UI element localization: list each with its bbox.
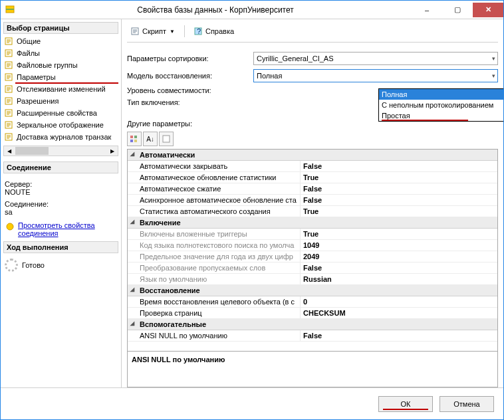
property-value[interactable]: 2049 [301, 251, 497, 262]
recovery-label: Модель восстановления: [127, 72, 253, 80]
collation-combo[interactable]: Cyrillic_General_CI_AS ▾ [253, 52, 498, 65]
help-label: Справка [205, 27, 234, 35]
server-value: NOUTE [5, 188, 117, 196]
cancel-button[interactable]: Отмена [440, 396, 494, 412]
property-row[interactable]: Время восстановления целевого объекта (в… [128, 296, 497, 308]
categorized-button[interactable] [127, 132, 142, 146]
property-row[interactable]: Автоматическое обновление статистикиTrue [128, 172, 497, 183]
page-tree-label: Расширенные свойства [17, 109, 97, 117]
page-tree-item[interactable]: Общие [3, 35, 118, 47]
progress-status: Готово [22, 261, 45, 269]
recovery-dropdown-list[interactable]: Полная С неполным протоколированием Прос… [378, 88, 504, 122]
page-tree-item[interactable]: Разрешения [3, 95, 118, 107]
svg-rect-16 [134, 136, 137, 138]
scroll-right-button[interactable]: ▶ [107, 146, 118, 156]
page-tree-item[interactable]: Параметры [3, 71, 118, 83]
property-row[interactable]: Автоматическое сжатиеFalse [128, 183, 497, 195]
left-panel: Выбор страницы ОбщиеФайлыФайловые группы… [1, 19, 122, 387]
page-tree-item[interactable]: Доставка журналов транзак [3, 131, 118, 143]
minimize-button[interactable]: – [412, 3, 442, 17]
property-row[interactable]: Код языка полнотекстового поиска по умол… [128, 240, 497, 251]
svg-rect-17 [130, 140, 133, 142]
property-key: Проверка страниц [128, 308, 301, 318]
property-row[interactable]: Автоматически закрыватьFalse [128, 161, 497, 172]
app-icon [1, 1, 19, 19]
property-key: Автоматическое обновление статистики [128, 172, 301, 183]
recovery-value: Полная [257, 72, 282, 80]
script-button[interactable]: Скрипт ▼ [127, 25, 179, 38]
dropdown-option[interactable]: Простая [379, 110, 504, 121]
property-key: Код языка полнотекстового поиска по умол… [128, 240, 301, 251]
page-tree-item[interactable]: Зеркальное отображение [3, 119, 118, 131]
property-row[interactable]: Включены вложенные триггерыTrue [128, 229, 497, 240]
property-value[interactable]: False [301, 195, 497, 205]
property-value[interactable]: False [301, 262, 497, 273]
property-row[interactable]: ANSI NULL по умолчаниюFalse [128, 330, 497, 342]
script-dropdown-icon[interactable]: ▼ [168, 29, 176, 35]
dropdown-option[interactable]: С неполным протоколированием [379, 100, 504, 110]
property-row[interactable]: Предельное значение для года из двух циф… [128, 251, 497, 262]
maximize-button[interactable]: ▢ [442, 3, 473, 17]
grid-toolbar: A↓ [127, 132, 498, 146]
server-label: Сервер: [5, 180, 117, 188]
property-row[interactable]: Проверка страницCHECKSUM [128, 308, 497, 319]
page-icon [3, 120, 14, 130]
props-button[interactable] [159, 132, 174, 146]
property-key: Асинхронное автоматическое обновление ст… [128, 195, 301, 205]
close-button[interactable]: ✕ [473, 3, 503, 17]
page-tree-label: Отслеживание изменений [17, 85, 106, 93]
page-tree-label: Параметры [17, 73, 56, 81]
property-category[interactable]: Восстановление [128, 285, 497, 296]
property-value[interactable]: CHECKSUM [301, 308, 497, 318]
page-tree-label: Разрешения [17, 97, 59, 105]
property-key: Включены вложенные триггеры [128, 229, 301, 239]
property-row[interactable]: Статистика автоматического созданияTrue [128, 206, 497, 217]
property-value[interactable]: Russian [301, 274, 497, 284]
property-grid-body[interactable]: АвтоматическиАвтоматически закрыватьFals… [128, 150, 497, 351]
property-key: Статистика автоматического создания [128, 206, 301, 217]
window-title: Свойства базы данных - КорпУниверситет [19, 5, 412, 15]
property-value[interactable]: 0 [301, 296, 497, 307]
recovery-combo[interactable]: Полная ▾ [253, 69, 498, 82]
chevron-down-icon: ▾ [492, 55, 495, 62]
dropdown-option[interactable]: Полная [379, 89, 504, 100]
property-category[interactable]: Вспомогательные [128, 319, 497, 330]
page-tree: ОбщиеФайлыФайловые группыПараметрыОтслеж… [1, 35, 121, 143]
page-tree-item[interactable]: Отслеживание изменений [3, 83, 118, 95]
property-value[interactable]: True [301, 206, 497, 217]
property-grid: АвтоматическиАвтоматически закрыватьFals… [127, 149, 498, 387]
property-key: Автоматически закрывать [128, 161, 301, 171]
property-category[interactable]: Автоматически [128, 150, 497, 161]
footer: ОК Отмена [1, 387, 503, 419]
property-value[interactable]: False [301, 330, 497, 341]
scroll-thumb[interactable] [15, 147, 49, 155]
page-tree-label: Общие [17, 37, 41, 45]
ok-button[interactable]: ОК [378, 396, 433, 412]
property-category[interactable]: Включение [128, 217, 497, 229]
compat-label: Уровень совместимости: [127, 86, 253, 94]
property-value[interactable]: False [301, 183, 497, 194]
collation-label: Параметры сортировки: [127, 54, 253, 62]
property-row[interactable]: Язык по умолчаниюRussian [128, 274, 497, 285]
page-tree-item[interactable]: Файловые группы [3, 59, 118, 71]
property-row[interactable]: Преобразование пропускаемых словFalse [128, 262, 497, 274]
svg-rect-1 [6, 9, 14, 10]
property-value[interactable]: True [301, 229, 497, 239]
tree-h-scrollbar[interactable]: ◀ ▶ [3, 146, 118, 156]
alphabetical-button[interactable]: A↓ [143, 132, 158, 146]
view-connection-text: Просмотреть свойства соединения [18, 221, 117, 237]
page-tree-label: Файловые группы [17, 61, 78, 69]
help-button[interactable]: ? Справка [190, 25, 237, 38]
view-connection-link[interactable]: Просмотреть свойства соединения [5, 221, 117, 237]
page-icon [3, 108, 14, 118]
connection-icon [5, 221, 15, 232]
property-value[interactable]: 1049 [301, 240, 497, 251]
property-row[interactable]: Асинхронное автоматическое обновление ст… [128, 195, 497, 206]
scroll-left-button[interactable]: ◀ [4, 146, 15, 156]
page-tree-item[interactable]: Расширенные свойства [3, 107, 118, 119]
page-tree-item[interactable]: Файлы [3, 47, 118, 59]
property-value[interactable]: False [301, 161, 497, 171]
page-tree-label: Зеркальное отображение [17, 121, 104, 129]
property-value[interactable]: True [301, 172, 497, 183]
help-icon: ? [193, 26, 203, 37]
